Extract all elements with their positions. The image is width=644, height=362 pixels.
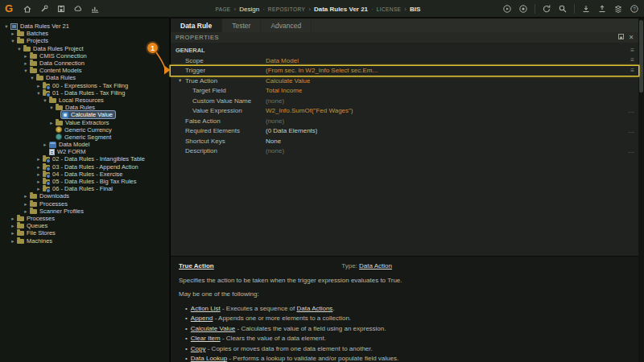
- tab-advanced[interactable]: Advanced: [261, 19, 312, 32]
- help-term-link[interactable]: Action List: [191, 305, 221, 312]
- chevron-down-icon[interactable]: ▾: [10, 37, 16, 44]
- tree-node[interactable]: Data Connection: [29, 60, 87, 67]
- tree-item-05-data-rules-big-tax-rules[interactable]: ▸05 - Data Rules - Big Tax Rules: [0, 178, 169, 185]
- property-row-custom-value-name[interactable]: Custom Value Name(none): [171, 96, 638, 106]
- property-row-true-action[interactable]: ▾True ActionCalculate Value: [171, 76, 638, 86]
- record-circle-icon[interactable]: [518, 4, 528, 14]
- tree-node[interactable]: CMIS Connection: [29, 52, 89, 60]
- breadcrumb-page-value[interactable]: Design: [239, 6, 259, 13]
- breadcrumb-repo-value[interactable]: Data Rules Ver 21: [314, 6, 368, 13]
- tree-item-data-rules-project[interactable]: ▾Data Rules Project: [0, 45, 169, 52]
- tree-node[interactable]: 03 - Data Rules - Append Action: [42, 163, 141, 171]
- download-icon[interactable]: [581, 4, 591, 14]
- chevron-right-icon[interactable]: ▸: [23, 60, 29, 67]
- tree-node[interactable]: 00 - Expressions - Tax Filing: [42, 82, 130, 89]
- tree-item-generic-currency[interactable]: Generic Currency: [0, 126, 169, 134]
- help-term-link[interactable]: Calculate Value: [191, 325, 235, 332]
- property-value[interactable]: Calculate Value: [266, 77, 310, 84]
- tree-node[interactable]: Data Rules: [35, 74, 78, 81]
- tree-item-batches[interactable]: ▸Batches: [0, 30, 169, 37]
- property-row-required-elements[interactable]: Required Elements(0 Data Elements)…: [171, 126, 638, 137]
- chevron-right-icon[interactable]: ▸: [42, 141, 48, 148]
- row-ellipsis-button[interactable]: …: [628, 108, 634, 114]
- chevron-right-icon[interactable]: ▸: [35, 185, 42, 192]
- tab-tester[interactable]: Tester: [222, 19, 261, 32]
- chevron-right-icon[interactable]: ▸: [10, 30, 16, 37]
- property-row-shortcut-keys[interactable]: Shortcut KeysNone: [171, 136, 638, 146]
- chevron-right-icon[interactable]: ▸: [10, 215, 16, 222]
- tree-node[interactable]: 01 - Data Rules - Tax Filing: [42, 89, 127, 97]
- tree-item-03-data-rules-append-action[interactable]: ▸03 - Data Rules - Append Action: [0, 163, 169, 171]
- help-term-link[interactable]: Copy: [191, 345, 206, 352]
- tree-node[interactable]: W2 FORM: [48, 148, 88, 155]
- tree-item-01-data-rules-tax-filing[interactable]: ▾01 - Data Rules - Tax Filing: [0, 89, 169, 97]
- help-term-link[interactable]: Append: [191, 315, 213, 322]
- help-icon[interactable]: ?: [630, 4, 639, 14]
- tree-node[interactable]: 04 - Data Rules - Exercise: [42, 171, 126, 178]
- tree-item-data-rules[interactable]: ▾Data Rules: [0, 104, 169, 111]
- tree-item-queues[interactable]: ▸Queues: [0, 222, 169, 229]
- tree-node[interactable]: Machines: [16, 237, 55, 244]
- tree-item-processes[interactable]: ▸Processes: [0, 200, 169, 208]
- tree-item-content-models[interactable]: ▾Content Models: [0, 67, 169, 74]
- property-value[interactable]: Data Model: [266, 57, 299, 64]
- property-row-trigger[interactable]: Trigger(From sec. In W2_Info Select sec.…: [171, 66, 638, 76]
- tree-item-00-expressions-tax-filing[interactable]: ▸00 - Expressions - Tax Filing: [0, 82, 169, 89]
- tree-node[interactable]: 02 - Data Rules - Intangibles Table: [42, 155, 147, 162]
- row-menu-icon[interactable]: ≡: [630, 68, 634, 74]
- save-properties-icon[interactable]: [617, 33, 625, 42]
- wrench-icon[interactable]: [39, 4, 49, 14]
- tree-item-calculate-value[interactable]: Calculate Value: [0, 111, 169, 118]
- help-term-link[interactable]: Clear Item: [191, 335, 221, 342]
- chevron-right-icon[interactable]: ▸: [23, 192, 29, 200]
- property-row-target-field[interactable]: Target FieldTotal Income: [171, 86, 638, 97]
- help-type-link[interactable]: Data Action: [359, 262, 392, 269]
- tree-node[interactable]: Batches: [16, 30, 51, 37]
- chevron-right-icon[interactable]: ▸: [23, 52, 29, 60]
- tree-item-04-data-rules-exercise[interactable]: ▸04 - Data Rules - Exercise: [0, 171, 169, 178]
- chevron-right-icon[interactable]: ▸: [35, 82, 42, 89]
- tree-item-cmis-connection[interactable]: ▸CMIS Connection: [0, 52, 169, 60]
- tree-node[interactable]: Local Resources: [48, 97, 106, 104]
- help-term-link[interactable]: Data Lookup: [191, 355, 227, 362]
- tree-item-projects[interactable]: ▾Projects: [0, 37, 169, 44]
- home-icon[interactable]: [23, 4, 32, 14]
- tree-item-local-resources[interactable]: ▾Local Resources: [0, 97, 169, 104]
- tree-item-value-extractors[interactable]: ▸Value Extractors: [0, 118, 169, 125]
- tree-node[interactable]: Generic Segment: [55, 134, 114, 141]
- tree-node[interactable]: Data Rules: [55, 104, 97, 111]
- refresh-icon[interactable]: [542, 4, 551, 14]
- tree-node[interactable]: Value Extractors: [55, 118, 111, 125]
- section-menu-icon[interactable]: ≡: [630, 47, 634, 54]
- chevron-right-icon[interactable]: ▸: [23, 200, 29, 208]
- tree-node[interactable]: Downloads: [29, 192, 72, 200]
- tree-node[interactable]: Data Rules Ver 21: [10, 23, 72, 30]
- tab-data-rule[interactable]: Data Rule: [171, 19, 222, 32]
- tree-node[interactable]: 06 - Data Rules - Final: [42, 185, 115, 192]
- tree-item-generic-segment[interactable]: Generic Segment: [0, 134, 169, 141]
- tree-item-machines[interactable]: ▸Machines: [0, 237, 169, 244]
- save-icon[interactable]: [56, 4, 66, 14]
- chart-icon[interactable]: [90, 4, 100, 14]
- row-menu-icon[interactable]: ≡: [630, 57, 634, 64]
- tree-item-data-model[interactable]: ▸Data Model: [0, 141, 169, 148]
- tree-node[interactable]: Scanner Profiles: [29, 208, 86, 215]
- play-circle-icon[interactable]: [502, 4, 512, 14]
- chevron-right-icon[interactable]: ▸: [23, 208, 29, 215]
- chevron-right-icon[interactable]: ▸: [10, 229, 16, 237]
- scrollbar-thumb[interactable]: [639, 20, 643, 93]
- chevron-down-icon[interactable]: ▾: [48, 104, 55, 111]
- tree-item-data-connection[interactable]: ▸Data Connection: [0, 60, 169, 67]
- property-row-value-expression[interactable]: Value ExpressionW2_Info.SumOf("Fed Wages…: [171, 106, 638, 117]
- property-row-scope[interactable]: ScopeData Model≡: [171, 56, 638, 66]
- tree-node[interactable]: Queues: [16, 222, 50, 229]
- tree-node[interactable]: Generic Currency: [55, 126, 114, 134]
- tree-node[interactable]: Processes: [16, 215, 57, 222]
- tree-node[interactable]: 05 - Data Rules - Big Tax Rules: [42, 178, 139, 185]
- property-value[interactable]: (From sec. In W2_Info Select sec.Em...: [266, 67, 378, 74]
- tree-item-data-rules[interactable]: ▾Data Rules: [0, 74, 169, 81]
- chevron-down-icon[interactable]: ▾: [3, 23, 10, 30]
- tree-node[interactable]: Content Models: [29, 67, 85, 74]
- chevron-down-icon[interactable]: ▾: [23, 67, 29, 74]
- chevron-right-icon[interactable]: ▸: [35, 178, 42, 185]
